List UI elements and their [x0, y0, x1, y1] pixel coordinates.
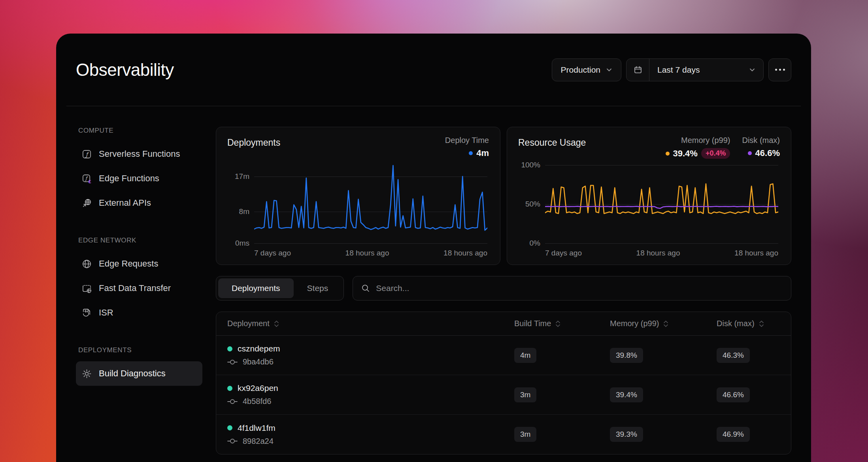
sidebar-item-label: Serverless Functions [99, 149, 180, 159]
function-icon: ƒ [81, 149, 92, 160]
chart-svg [254, 165, 487, 243]
commit-hash: 9ba4db6 [243, 357, 274, 366]
legend-dot [469, 151, 473, 155]
column-header-build-time[interactable]: Build Time [514, 319, 610, 328]
build-time-badge: 3m [514, 387, 536, 402]
table-header-row: DeploymentBuild TimeMemory (p99)Disk (ma… [216, 312, 791, 336]
sidebar: COMPUTEƒServerless FunctionsƒƐEdge Funct… [76, 127, 216, 454]
commit-icon [227, 438, 238, 444]
sidebar-item-label: External APIs [99, 198, 151, 208]
svg-text:ƒ: ƒ [85, 175, 89, 181]
delta-badge: +0.4% [701, 148, 730, 159]
calendar-icon [633, 65, 643, 75]
search-box[interactable] [353, 276, 791, 300]
sidebar-item-build-diagnostics[interactable]: Build Diagnostics [76, 361, 202, 386]
x-axis-tick: 18 hours ago [443, 249, 487, 257]
edge-function-icon: ƒƐ [81, 173, 92, 184]
table-row[interactable]: kx92a6pen4b58fd63m39.4%46.6% [216, 375, 791, 415]
sidebar-item-external-apis[interactable]: External APIs [76, 191, 202, 215]
status-dot [227, 425, 232, 430]
legend-label: Disk (max) [742, 136, 780, 145]
y-axis-tick: 100% [518, 161, 540, 169]
build-time-badge: 4m [514, 348, 536, 363]
sidebar-section-label: DEPLOYMENTS [78, 346, 216, 354]
commit-hash: 8982a24 [243, 437, 274, 446]
resource-usage-chart-card: Resource Usage Memory (p99)39.4%+0.4%Dis… [507, 127, 791, 265]
chart-plot: 17m8m0ms [254, 165, 487, 243]
legend-entry: Deploy Time4m [445, 136, 489, 158]
svg-text:ƒ: ƒ [85, 151, 89, 157]
page-title: Observability [76, 60, 174, 80]
calendar-button[interactable] [626, 59, 649, 81]
sidebar-item-label: ISR [99, 308, 113, 318]
memory-p99-badge: 39.3% [610, 427, 643, 442]
commit-icon [227, 398, 238, 405]
legend-label: Deploy Time [445, 136, 489, 145]
y-axis-tick: 0% [518, 239, 540, 248]
deployment-name: kx92a6pen [238, 383, 278, 393]
x-axis-labels: 7 days ago18 hours ago18 hours ago [545, 249, 778, 257]
filter-row: DeploymentsSteps [216, 276, 791, 300]
table-row[interactable]: 4f1dlw1fm8982a243m39.3%46.9% [216, 415, 791, 454]
table-row[interactable]: cszndepem9ba4db64m39.8%46.3% [216, 336, 791, 375]
chevron-down-icon [606, 67, 612, 73]
sidebar-section: EDGE NETWORKEdge RequestsFast Data Trans… [76, 237, 216, 325]
legend-entry: Disk (max)46.6% [742, 136, 780, 159]
legend-dot [666, 152, 670, 156]
column-header-disk-max-[interactable]: Disk (max) [717, 319, 780, 328]
legend-value: 39.4% [673, 148, 698, 159]
memory-p99-badge: 39.8% [610, 348, 643, 363]
gridline [545, 243, 778, 244]
deployments-table: DeploymentBuild TimeMemory (p99)Disk (ma… [216, 312, 791, 454]
external-api-icon [81, 198, 92, 208]
x-axis-tick: 7 days ago [545, 249, 582, 257]
gridline [254, 243, 487, 244]
deployments-chart-card: Deployments Deploy Time4m 17m8m0ms 7 day… [216, 127, 500, 265]
status-dot [227, 386, 232, 391]
ellipsis-icon [775, 69, 777, 71]
sidebar-item-isr[interactable]: ISR [76, 300, 202, 325]
date-range-dropdown[interactable]: Last 7 days [649, 65, 763, 75]
chart-legend: Deploy Time4m [445, 136, 489, 158]
legend-value: 4m [476, 148, 489, 158]
sidebar-section-label: EDGE NETWORK [78, 237, 216, 244]
sidebar-item-serverless-functions[interactable]: ƒServerless Functions [76, 142, 202, 166]
y-axis-tick: 17m [227, 172, 249, 181]
chart-area: 100%50%0% 7 days ago18 hours ago18 hours… [518, 161, 780, 257]
column-header-deployment[interactable]: Deployment [227, 319, 514, 328]
y-axis-tick: 50% [518, 200, 540, 208]
legend-label: Memory (p99) [681, 136, 730, 145]
gear-icon [81, 368, 92, 379]
sidebar-item-label: Edge Requests [99, 259, 158, 269]
environment-dropdown-label: Production [561, 65, 600, 75]
deployment-name: 4f1dlw1fm [238, 423, 275, 433]
environment-dropdown[interactable]: Production [552, 58, 621, 81]
sidebar-item-fast-data-transfer[interactable]: Fast Data Transfer [76, 276, 202, 300]
deployment-name: cszndepem [238, 344, 280, 353]
chart-plot: 100%50%0% [545, 165, 778, 243]
column-header-memory-p99-[interactable]: Memory (p99) [610, 319, 717, 328]
disk-max-badge: 46.9% [717, 427, 750, 442]
sidebar-item-edge-requests[interactable]: Edge Requests [76, 252, 202, 276]
sidebar-section: DEPLOYMENTSBuild Diagnostics [76, 346, 216, 386]
date-range-label: Last 7 days [657, 65, 700, 75]
sort-icon [759, 320, 764, 328]
search-input[interactable] [376, 284, 783, 293]
memory-p99-badge: 39.4% [610, 387, 643, 402]
legend-dot [748, 151, 752, 155]
tab-deployments[interactable]: Deployments [218, 278, 294, 298]
main-panel: Deployments Deploy Time4m 17m8m0ms 7 day… [216, 127, 791, 454]
sidebar-item-edge-functions[interactable]: ƒƐEdge Functions [76, 166, 202, 191]
more-options-button[interactable] [768, 58, 791, 81]
svg-text:Ɛ: Ɛ [89, 179, 91, 184]
globe-icon [81, 259, 92, 269]
memory-p99--line [545, 184, 778, 214]
date-range-control: Last 7 days [626, 58, 764, 81]
commit-hash: 4b58fd6 [243, 397, 271, 406]
tab-steps[interactable]: Steps [294, 278, 342, 298]
isr-icon [81, 308, 92, 318]
sidebar-item-label: Edge Functions [99, 173, 159, 184]
sidebar-section-label: COMPUTE [78, 127, 216, 135]
disk-max-badge: 46.3% [717, 348, 750, 363]
y-axis-tick: 8m [227, 207, 249, 216]
